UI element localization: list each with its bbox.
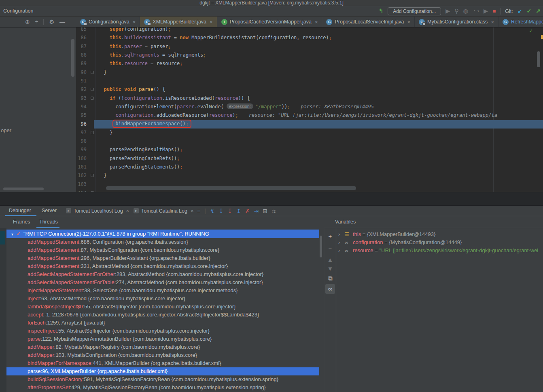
settings-gear-icon[interactable]: ⚙ — [49, 19, 54, 25]
code-line[interactable]: 99 parsePendingResultMaps(); — [76, 145, 543, 154]
stack-frame-row[interactable]: injectMappedStatement:38, SelectOne {com… — [6, 287, 319, 295]
stack-frame-row[interactable]: parse:122, MybatisMapperAnnotationBuilde… — [6, 335, 319, 343]
stack-frame-row[interactable]: addMappedStatement:686, Configuration {o… — [6, 238, 319, 246]
stack-frame-row[interactable]: afterPropertiesSet:429, MybatisSqlSessio… — [6, 384, 319, 392]
chevron-down-icon[interactable]: ▾ — [477, 9, 479, 13]
tab-frames[interactable]: Frames — [13, 216, 30, 228]
fold-marker-icon[interactable] — [91, 71, 94, 74]
stack-frame-row[interactable]: buildSqlSessionFactory:591, MybatisSqlSe… — [6, 375, 319, 384]
thread-row[interactable]: ▾✓"RMI TCP Connection(2)-127.0.0.1"@1,87… — [6, 230, 319, 238]
show-execution-point-icon[interactable]: ↯ — [210, 208, 215, 214]
close-icon[interactable]: × — [315, 19, 318, 25]
code-line[interactable]: 95 configuration.addLoadedResource(resou… — [76, 111, 543, 120]
code-line[interactable]: 91 — [76, 77, 543, 85]
tab-tomcat-catalina-log[interactable]: ▸ Tomcat Catalina Log × — [134, 206, 194, 216]
code-line[interactable]: 90 } — [76, 68, 543, 77]
stack-frame-row[interactable]: inject:63, AbstractMethod {com.baomidou.… — [6, 295, 319, 303]
collapse-all-icon[interactable]: ÷ — [35, 19, 38, 25]
stack-frame-row[interactable]: addSelectMappedStatementForTable:274, Ab… — [6, 278, 319, 287]
stack-frame-row[interactable]: inspectInject:55, AbstractSqlInjector {c… — [6, 327, 319, 335]
show-watches-icon[interactable]: ∞ — [325, 284, 335, 294]
code-line[interactable]: 101 parsePendingStatements(); — [76, 163, 543, 171]
code-line[interactable]: 102 } — [76, 171, 543, 180]
stack-frame-row[interactable]: addMappedStatement:296, MapperBuilderAss… — [6, 254, 319, 262]
tab-debugger[interactable]: Debugger — [9, 206, 31, 215]
stack-frame-row[interactable]: addMappedStatement:331, AbstractMethod {… — [6, 262, 319, 270]
stack-frame-row[interactable]: addMapper:82, MybatisMapperRegistry {com… — [6, 343, 319, 351]
chevron-right-icon[interactable]: › — [338, 230, 345, 238]
project-panel-hscrollbar[interactable] — [3, 188, 44, 190]
editor-hscrollbar[interactable] — [106, 186, 356, 190]
code-editor[interactable]: 85 super(configuration);86 this.builderA… — [76, 27, 543, 192]
run-to-cursor-icon[interactable]: ⇥ — [254, 208, 259, 214]
editor-tab[interactable]: CConfiguration.java× — [76, 17, 140, 27]
project-panel[interactable]: oper — [0, 27, 76, 192]
close-icon[interactable]: × — [191, 208, 194, 214]
stack-frame-row[interactable]: forEach:1259, ArrayList {java.util} — [6, 319, 319, 327]
layout-settings-icon[interactable]: ≋ — [272, 208, 276, 214]
hide-panel-icon[interactable]: — — [59, 19, 65, 25]
stack-frame-row[interactable]: addMappedStatement:87, MybatisConfigurat… — [6, 246, 319, 254]
revert-arrow-icon[interactable]: ↰ — [379, 6, 384, 16]
warning-stripe-mark[interactable] — [541, 35, 543, 39]
inspections-ok-icon[interactable]: ✓ — [529, 27, 532, 34]
run-attach-icon[interactable]: ▶ — [484, 6, 488, 16]
editor-tab[interactable]: CMybatisConfiguration.class× — [415, 17, 498, 27]
editor-tab[interactable]: CRefreshMapperCache.java× — [498, 17, 543, 27]
stack-frame-row[interactable]: lambda$inspectInject$0:55, AbstractSqlIn… — [6, 303, 319, 311]
add-watch-icon[interactable]: + — [325, 232, 335, 241]
fold-marker-icon[interactable] — [91, 131, 94, 134]
profiler-icon[interactable]: ◔ — [473, 6, 476, 16]
code-line[interactable]: 86 this.builderAssistant = new MapperBui… — [76, 34, 543, 42]
tab-threads[interactable]: Threads — [39, 216, 58, 228]
project-panel-vscrollbar[interactable] — [71, 39, 74, 77]
move-watch-down-icon[interactable]: ▼ — [325, 264, 335, 274]
editor-tab[interactable]: CProposalLocalServiceImpl.java× — [322, 17, 415, 27]
variable-row[interactable]: ›∞resource = "URL [jar:file:/Users/zengs… — [338, 247, 543, 255]
frames-vscrollbar[interactable] — [320, 236, 322, 257]
panel-splitter[interactable] — [0, 192, 543, 206]
debug-icon[interactable]: ⚲ — [454, 6, 458, 16]
code-line[interactable]: 97 } — [76, 129, 543, 137]
stack-frame-row[interactable]: parse:96, XMLMapperBuilder {org.apache.i… — [6, 367, 319, 375]
fold-marker-icon[interactable] — [91, 88, 94, 91]
run-with-coverage-icon[interactable]: ◍ — [463, 6, 468, 16]
code-line[interactable]: 94 configurationElement(parser.evalNode(… — [76, 103, 543, 111]
close-icon[interactable]: × — [133, 19, 136, 25]
remove-watch-icon[interactable]: − — [325, 244, 335, 253]
code-line[interactable]: 85 super(configuration); — [76, 27, 543, 34]
code-line[interactable]: 93 if (!configuration.isResourceLoaded(r… — [76, 94, 543, 103]
editor-tab[interactable]: CXMLMapperBuilder.java× — [140, 17, 217, 27]
chevron-down-icon[interactable]: ▾ — [11, 230, 13, 238]
code-line[interactable]: 98 — [76, 137, 543, 145]
code-line[interactable]: 100 parsePendingCacheRefs(); — [76, 154, 543, 163]
editor-vscrollbar[interactable] — [537, 51, 540, 67]
fold-marker-icon[interactable] — [91, 174, 94, 177]
step-out-icon[interactable]: ↥ — [236, 208, 241, 214]
fold-marker-icon[interactable] — [91, 97, 94, 100]
add-configuration-button[interactable]: Add Configuration... — [388, 7, 441, 15]
code-line[interactable]: 96 bindMapperForNamespace(); — [76, 120, 543, 129]
git-commit-icon[interactable]: ✓ — [527, 6, 532, 16]
close-icon[interactable]: × — [407, 19, 410, 25]
force-step-into-icon[interactable]: ↧ — [227, 208, 232, 214]
stack-frame-row[interactable]: accept:-1, 212870676 {com.baomidou.mybat… — [6, 311, 319, 319]
git-push-icon[interactable]: ↗ — [536, 6, 541, 16]
step-over-icon[interactable]: ↧ — [219, 208, 224, 214]
evaluate-expression-icon[interactable]: ⊞ — [263, 208, 267, 214]
view-options-icon[interactable]: ≡ — [197, 208, 200, 214]
tab-tomcat-localhost-log[interactable]: ▸ Tomcat Localhost Log × — [66, 206, 129, 216]
code-line[interactable]: 89 this.resource = resource; — [76, 59, 543, 68]
tab-server[interactable]: Server — [42, 206, 57, 215]
editor-tab[interactable]: IProposalCachedVersionMapper.java× — [217, 17, 322, 27]
locate-icon[interactable]: ⊕ — [25, 19, 30, 25]
run-icon[interactable]: ▶ — [445, 6, 450, 16]
chevron-right-icon[interactable]: › — [338, 247, 345, 255]
code-line[interactable]: 92 public void parse() { — [76, 85, 543, 94]
close-icon[interactable]: × — [491, 19, 494, 25]
stack-frame-row[interactable]: addMapper:103, MybatisConfiguration {com… — [6, 351, 319, 359]
stop-icon[interactable]: ■ — [492, 6, 496, 16]
variable-row[interactable]: ›☰this = {XMLMapperBuilder@14493} — [338, 230, 543, 238]
move-watch-up-icon[interactable]: ▲ — [325, 255, 335, 265]
code-line[interactable]: 88 this.sqlFragments = sqlFragments; — [76, 51, 543, 59]
